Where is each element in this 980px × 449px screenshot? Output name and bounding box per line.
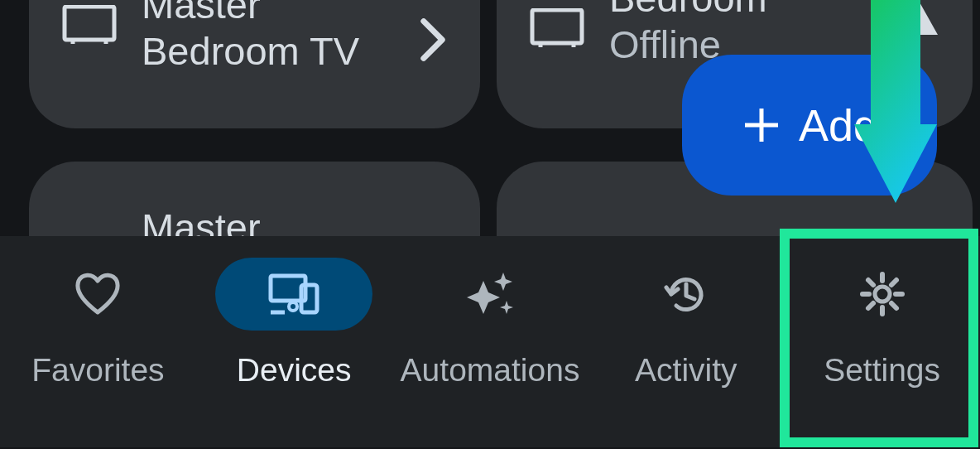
tab-label: Activity xyxy=(635,352,737,389)
tab-activity[interactable]: Activity xyxy=(588,258,784,389)
tab-settings[interactable]: Settings xyxy=(784,258,980,389)
svg-line-20 xyxy=(891,280,896,285)
svg-line-17 xyxy=(868,280,873,285)
tab-automations[interactable]: Automations xyxy=(392,258,588,389)
device-name-line1: Master xyxy=(142,0,359,28)
bottom-nav: Favorites Devices xyxy=(0,236,980,447)
sparkle-icon xyxy=(465,269,515,319)
tab-devices[interactable]: Devices xyxy=(196,258,392,389)
svg-line-19 xyxy=(868,303,873,308)
gear-icon xyxy=(859,271,906,317)
tab-label: Automations xyxy=(401,352,580,389)
tv-icon xyxy=(62,5,117,45)
device-name-line2: Bedroom TV xyxy=(142,28,359,75)
device-name-line1: Bedroom xyxy=(609,0,767,22)
plus-icon xyxy=(741,104,782,146)
device-card-master-bedroom-tv[interactable]: Master Bedroom TV xyxy=(29,0,480,128)
tab-label: Favorites xyxy=(31,352,164,389)
svg-line-18 xyxy=(891,303,896,308)
annotation-arrow-icon xyxy=(854,0,937,207)
heart-icon xyxy=(74,273,122,316)
chevron-right-icon xyxy=(419,17,447,66)
svg-rect-0 xyxy=(65,7,114,40)
svg-rect-3 xyxy=(532,10,582,43)
svg-point-12 xyxy=(875,287,890,302)
history-icon xyxy=(663,271,709,317)
svg-point-10 xyxy=(289,302,297,311)
devices-icon xyxy=(268,273,319,315)
tab-label: Settings xyxy=(824,352,940,389)
tv-icon xyxy=(530,8,584,48)
tab-label: Devices xyxy=(237,352,352,389)
tab-favorites[interactable]: Favorites xyxy=(0,258,196,389)
